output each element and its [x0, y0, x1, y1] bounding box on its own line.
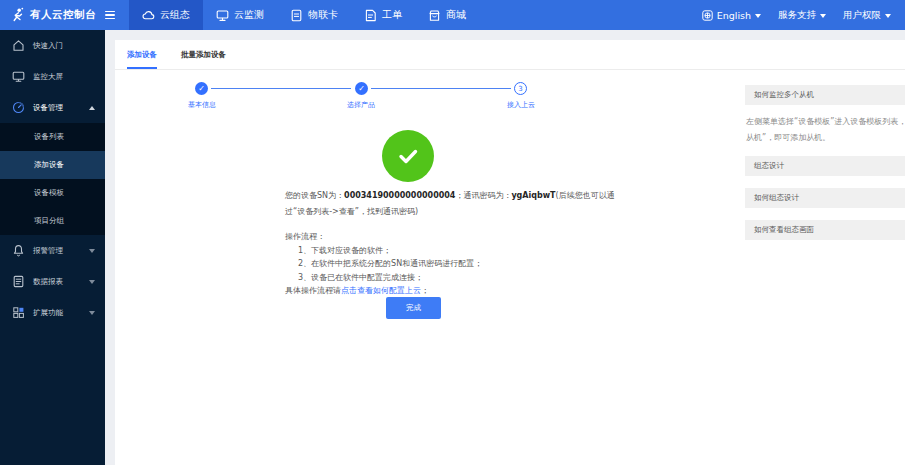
nav-item-cloud-monitor[interactable]: 云监测: [203, 0, 277, 30]
header-right: English 服务支持 用户权限: [702, 0, 905, 30]
chevron-down-icon: [89, 280, 95, 284]
sidebar-item-label: 设备列表: [34, 132, 64, 142]
sidebar-item-label: 报警管理: [33, 246, 63, 256]
flow-step: 3、设备已在软件中配置完成连接；: [285, 271, 617, 285]
support-dropdown[interactable]: 服务支持: [778, 9, 826, 22]
nav-item-label: 云组态: [160, 8, 190, 22]
flow-step: 1、下载对应设备的软件；: [285, 244, 617, 258]
flow-title: 操作流程：: [285, 230, 617, 244]
password-label: ；通讯密码为：: [455, 191, 511, 200]
success-check-icon: [382, 130, 434, 182]
step-connector-line: [211, 88, 351, 89]
nav-item-label: 商城: [446, 8, 466, 22]
brand: 有人云控制台: [0, 0, 123, 30]
faq-item-view-scada-screen[interactable]: 如何查看组态画面: [745, 220, 905, 240]
language-label: English: [717, 10, 751, 21]
device-sn-line: 您的设备SN为：00034190000000000004；通讯密码为：ygAiq…: [285, 188, 617, 220]
sidebar-item-label: 添加设备: [34, 160, 64, 170]
sidebar-item-extended-functions[interactable]: 扩展功能: [0, 297, 105, 328]
sidebar-item-label: 设备模板: [34, 188, 64, 198]
device-gauge-icon: [12, 101, 25, 114]
faq-item-monitor-slaves[interactable]: 如何监控多个从机: [745, 85, 905, 105]
result-info: 您的设备SN为：00034190000000000004；通讯密码为：ygAiq…: [285, 188, 617, 298]
flow-detail-line: 具体操作流程请点击查看如何配置上云；: [285, 284, 617, 298]
flow-step: 2、在软件中把系统分配的SN和通讯密码进行配置；: [285, 257, 617, 271]
faq-panel: 如何监控多个从机 左侧菜单选择“设备模板”进入设备模板列表，选择“编辑”，点击“…: [745, 85, 905, 252]
operation-flow: 操作流程： 1、下载对应设备的软件； 2、在软件中把系统分配的SN和通讯密码进行…: [285, 230, 617, 298]
language-dropdown[interactable]: English: [702, 10, 761, 21]
sidebar-item-label: 数据报表: [33, 277, 63, 287]
step2-done-check-icon: ✓: [355, 82, 368, 95]
logo-running-person-icon: [9, 7, 25, 23]
chevron-down-icon: [885, 14, 891, 18]
support-label: 服务支持: [778, 9, 816, 22]
finish-button[interactable]: 完成: [386, 297, 441, 319]
nav-item-work-order[interactable]: 工单: [351, 0, 415, 30]
sidebar: 快速入门 监控大屏 设备管理 设备列表 添加设备 设备模板 项目分组 报警管理 …: [0, 30, 105, 465]
sidebar-item-add-device[interactable]: 添加设备: [0, 151, 105, 179]
sidebar-item-data-report[interactable]: 数据报表: [0, 266, 105, 297]
cloud-icon: [142, 9, 155, 22]
nav-item-cloud-scada[interactable]: 云组态: [129, 0, 203, 30]
big-screen-icon: [12, 70, 25, 83]
sidebar-item-monitor-screen[interactable]: 监控大屏: [0, 61, 105, 92]
detail-suffix: ；: [421, 286, 429, 295]
permission-dropdown[interactable]: 用户权限: [843, 9, 891, 22]
faq-item-scada-design[interactable]: 组态设计: [745, 156, 905, 176]
nav-item-iot-card[interactable]: 物联卡: [277, 0, 351, 30]
tab-add-device[interactable]: 添加设备: [127, 50, 157, 69]
chevron-down-icon: [89, 311, 95, 315]
chevron-down-icon: [755, 14, 761, 18]
work-order-icon: [364, 9, 377, 22]
nav-item-mall[interactable]: 商城: [415, 0, 479, 30]
device-management-submenu: 设备列表 添加设备 设备模板 项目分组: [0, 123, 105, 235]
nav-item-label: 工单: [382, 8, 402, 22]
sidebar-item-label: 快速入门: [33, 41, 63, 51]
sidebar-item-label: 设备管理: [33, 103, 63, 113]
step-connector-line: [371, 88, 511, 89]
nav-item-label: 物联卡: [308, 8, 338, 22]
config-guide-link[interactable]: 点击查看如何配置上云: [341, 286, 421, 295]
sidebar-item-device-list[interactable]: 设备列表: [0, 123, 105, 151]
chevron-down-icon: [89, 249, 95, 253]
step3-label: 接入上云: [486, 100, 556, 110]
step3-current-badge: 3: [514, 82, 527, 95]
storefront-icon: [428, 9, 441, 22]
permission-label: 用户权限: [843, 9, 881, 22]
sidebar-item-label: 项目分组: [34, 216, 64, 226]
sidebar-item-project-group[interactable]: 项目分组: [0, 207, 105, 235]
chevron-up-icon: [89, 106, 95, 110]
sidebar-item-device-management[interactable]: 设备管理: [0, 92, 105, 123]
sidebar-item-quick-start[interactable]: 快速入门: [0, 30, 105, 61]
top-header: 有人云控制台 云组态 云监测 物联卡 工单 商城 English: [0, 0, 905, 30]
nav-item-label: 云监测: [234, 8, 264, 22]
report-icon: [12, 275, 25, 288]
sn-label: 您的设备SN为：: [285, 191, 344, 200]
tab-bar: 添加设备 批量添加设备: [115, 40, 905, 70]
faq-answer-monitor-slaves: 左侧菜单选择“设备模板”进入设备模板列表，选择“编辑”，点击“添加从机”，即可添…: [746, 114, 905, 146]
sidebar-item-label: 监控大屏: [33, 72, 63, 82]
main-nav: 云组态 云监测 物联卡 工单 商城: [129, 0, 479, 30]
sim-card-icon: [290, 9, 303, 22]
monitor-icon: [216, 9, 229, 22]
grid-apps-icon: [12, 306, 25, 319]
bell-icon: [12, 244, 25, 257]
sidebar-item-alarm-management[interactable]: 报警管理: [0, 235, 105, 266]
main-card: 添加设备 批量添加设备 ✓ ✓ 3 基本信息 选择产品 接入上云 您的设备SN为…: [115, 40, 905, 465]
step1-done-check-icon: ✓: [195, 82, 208, 95]
sidebar-item-device-template[interactable]: 设备模板: [0, 179, 105, 207]
home-icon: [12, 39, 25, 52]
tab-batch-add-device[interactable]: 批量添加设备: [181, 50, 226, 69]
comm-password-value: ygAiqbwT: [511, 191, 555, 200]
hamburger-menu-icon[interactable]: [105, 11, 115, 20]
globe-language-icon: [702, 10, 713, 21]
detail-prefix: 具体操作流程请: [285, 286, 341, 295]
faq-item-how-to-scada-design[interactable]: 如何组态设计: [745, 188, 905, 208]
brand-title: 有人云控制台: [30, 8, 96, 22]
step2-label: 选择产品: [326, 100, 396, 110]
device-sn-value: 00034190000000000004: [344, 191, 455, 200]
chevron-down-icon: [820, 14, 826, 18]
step1-label: 基本信息: [167, 100, 237, 110]
sidebar-item-label: 扩展功能: [33, 308, 63, 318]
